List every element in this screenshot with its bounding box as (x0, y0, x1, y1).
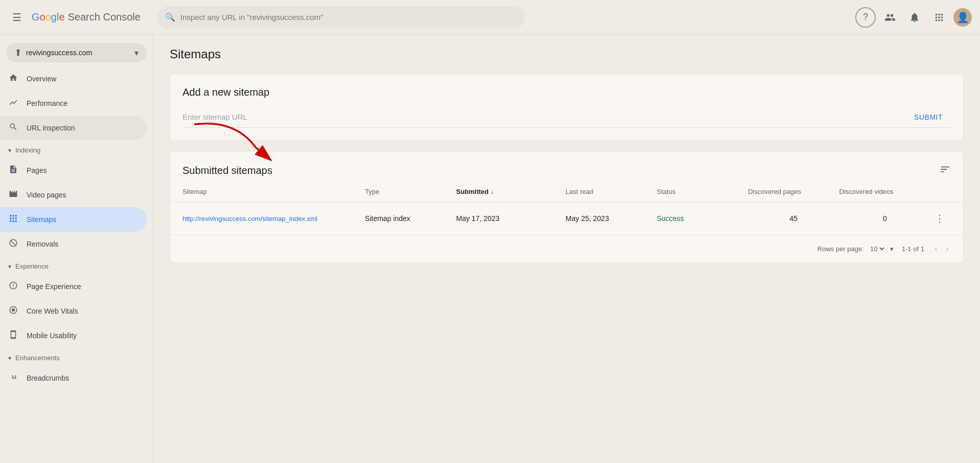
notifications-button[interactable] (904, 7, 925, 28)
sidebar-item-url-inspection[interactable]: URL inspection (0, 116, 147, 140)
sort-icon: ↓ (491, 188, 494, 195)
collapse-icon: ▾ (8, 263, 11, 270)
logo-search-console: Search Console (68, 11, 141, 23)
topbar-actions: ? 👤 (855, 7, 972, 28)
cell-last-read: May 25, 2023 (565, 214, 656, 223)
sidebar-item-sitemaps[interactable]: Sitemaps (0, 207, 147, 232)
main-content: Sitemaps Add a new sitemap SUBMIT Submit… (153, 35, 980, 463)
table-header: Sitemap Type Submitted ↓ Last read Statu… (170, 188, 963, 202)
sidebar-item-label: Mobile Usability (27, 332, 77, 340)
avatar[interactable]: 👤 (953, 8, 972, 27)
sidebar-item-label: Performance (27, 99, 67, 107)
document-icon (8, 165, 18, 177)
submitted-header: Submitted sitemaps (170, 151, 963, 178)
sidebar-item-label: Page Experience (27, 282, 81, 291)
admin-icon (884, 12, 896, 23)
section-label: Enhancements (15, 354, 60, 362)
col-sitemap-header: Sitemap (183, 188, 365, 195)
menu-icon[interactable]: ☰ (8, 7, 26, 28)
sidebar-item-breadcrumbs[interactable]: Breadcrumbs (0, 366, 147, 390)
property-icon: ⬆ (14, 47, 22, 58)
section-label: Indexing (15, 146, 40, 154)
rows-per-page-label: Rows per page: (817, 245, 864, 253)
grid-icon (933, 12, 945, 23)
sidebar-section-enhancements[interactable]: ▾ Enhancements (0, 350, 153, 366)
sidebar-item-label: Pages (27, 166, 47, 174)
rows-per-page: Rows per page: 10 25 50 ▾ (817, 245, 894, 253)
sidebar-section-experience[interactable]: ▾ Experience (0, 258, 153, 274)
submit-button[interactable]: SUBMIT (906, 109, 951, 125)
search-bar: 🔍 (157, 6, 525, 29)
prev-page-button[interactable]: ‹ (932, 241, 940, 256)
sidebar-item-overview[interactable]: Overview (0, 67, 147, 91)
cell-discovered-pages: 45 (748, 214, 839, 223)
cwv-icon (8, 305, 18, 317)
rows-per-page-select[interactable]: 10 25 50 (868, 245, 886, 253)
trending-icon (8, 98, 18, 109)
sitemap-input-row: SUBMIT (183, 108, 951, 128)
cell-sitemap: http://revivingsuccess.com/sitemap_index… (183, 215, 365, 223)
sidebar-item-mobile-usability[interactable]: Mobile Usability (0, 323, 147, 348)
search-input[interactable] (180, 13, 517, 21)
sidebar-item-core-web-vitals[interactable]: Core Web Vitals (0, 299, 147, 323)
sidebar-section-indexing[interactable]: ▾ Indexing (0, 142, 153, 158)
sidebar-item-removals[interactable]: Removals (0, 232, 147, 256)
cell-submitted: May 17, 2023 (456, 214, 565, 223)
col-discovered-videos-header: Discovered videos (839, 188, 930, 195)
page-title: Sitemaps (170, 47, 964, 61)
pagination-nav: ‹ › (932, 241, 951, 256)
chevron-down-icon: ▾ (890, 245, 894, 253)
chevron-down-icon: ▾ (134, 48, 139, 58)
removals-icon (8, 238, 18, 250)
col-discovered-pages-header: Discovered pages (748, 188, 839, 195)
col-type-header: Type (365, 188, 456, 195)
page-exp-icon (8, 281, 18, 293)
property-name: revivingsuccess.com (26, 49, 130, 57)
home-icon (8, 73, 18, 85)
table-row[interactable]: http://revivingsuccess.com/sitemap_index… (170, 202, 963, 235)
sitemap-url-input[interactable] (183, 108, 906, 125)
sidebar-item-label: URL inspection (27, 124, 75, 132)
search-icon: 🔍 (165, 12, 175, 22)
topbar: ☰ Google Search Console 🔍 ? 👤 (0, 0, 980, 35)
col-submitted-header[interactable]: Submitted ↓ (456, 188, 565, 195)
sidebar-item-video-pages[interactable]: Video pages (0, 183, 147, 207)
submitted-sitemaps-card: Submitted sitemaps Sitemap Type Submitte… (170, 151, 964, 263)
admin-button[interactable] (880, 7, 900, 28)
breadcrumbs-icon (8, 372, 18, 384)
sidebar-item-label: Removals (27, 240, 58, 248)
sidebar: ⬆ revivingsuccess.com ▾ Overview Perform… (0, 35, 153, 463)
pagination-info: 1-1 of 1 (902, 245, 924, 253)
apps-button[interactable] (929, 7, 949, 28)
add-sitemap-card: Add a new sitemap SUBMIT (170, 74, 964, 141)
property-selector[interactable]: ⬆ revivingsuccess.com ▾ (6, 43, 147, 62)
sidebar-item-label: Overview (27, 75, 56, 83)
film-icon (8, 189, 18, 201)
table-footer: Rows per page: 10 25 50 ▾ 1-1 of 1 ‹ › (170, 235, 963, 262)
help-button[interactable]: ? (855, 7, 876, 28)
sidebar-item-performance[interactable]: Performance (0, 91, 147, 116)
collapse-icon: ▾ (8, 355, 11, 362)
sidebar-item-label: Core Web Vitals (27, 307, 78, 315)
sidebar-item-label: Breadcrumbs (27, 374, 69, 382)
sidebar-item-page-experience[interactable]: Page Experience (0, 274, 147, 299)
more-button[interactable]: ⋮ (930, 210, 949, 227)
sitemap-icon (8, 214, 18, 226)
add-sitemap-title: Add a new sitemap (183, 86, 951, 98)
cell-more[interactable]: ⋮ (930, 210, 951, 227)
collapse-icon: ▾ (8, 147, 11, 154)
logo-google: Google (32, 11, 65, 23)
filter-icon[interactable] (940, 164, 951, 178)
search-icon (8, 122, 18, 134)
cell-type: Sitemap index (365, 214, 456, 223)
bell-icon (909, 12, 920, 23)
mobile-icon (8, 330, 18, 342)
sidebar-item-label: Sitemaps (27, 215, 56, 224)
cell-discovered-videos: 0 (839, 214, 930, 223)
submitted-title: Submitted sitemaps (183, 165, 272, 177)
cell-status: Success (657, 214, 748, 223)
sidebar-item-pages[interactable]: Pages (0, 158, 147, 183)
next-page-button[interactable]: › (944, 241, 951, 256)
section-label: Experience (15, 262, 49, 270)
logo: Google Search Console (32, 11, 141, 23)
